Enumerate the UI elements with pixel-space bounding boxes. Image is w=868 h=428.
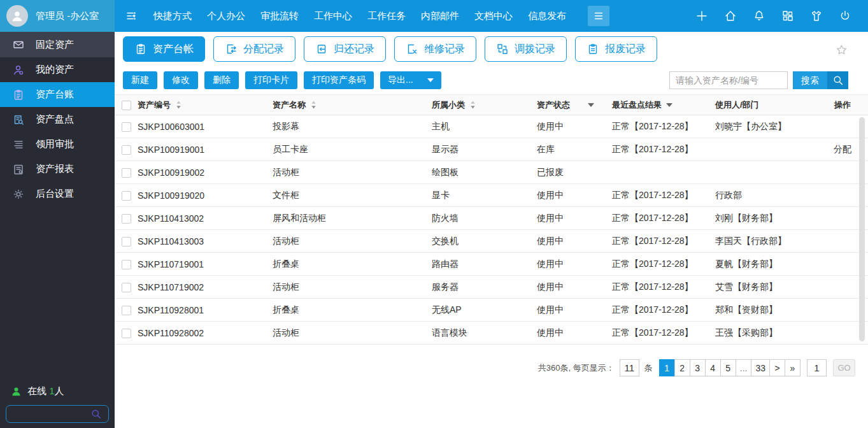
search-icon[interactable]	[90, 408, 103, 420]
filter-caret-icon[interactable]	[666, 103, 672, 107]
power-icon	[839, 10, 851, 22]
sort-icon[interactable]	[175, 100, 182, 110]
table-cell: SJKP110928002	[138, 322, 273, 345]
next-page-button[interactable]: >	[769, 359, 785, 376]
row-checkbox[interactable]	[122, 191, 131, 201]
table-cell: 正常【2017-12-28】	[612, 299, 715, 322]
tab-维修记录[interactable]: 维修记录	[394, 36, 476, 62]
nav-item[interactable]: 工作中心	[306, 0, 360, 32]
header-icon-group	[695, 10, 868, 22]
row-checkbox[interactable]	[122, 168, 131, 178]
menu-list-icon[interactable]	[125, 10, 138, 22]
clipboard-icon	[12, 89, 25, 101]
sidebar-menu: 固定资产我的资产资产台账资产盘点领用审批资产报表后台设置	[0, 32, 115, 206]
bell-button[interactable]	[753, 10, 765, 22]
sidebar-search-input[interactable]	[12, 409, 90, 420]
table-cell: 使用中	[537, 299, 612, 322]
nav-item[interactable]: 信息发布	[520, 0, 574, 32]
table-cell: 屏风和活动柜	[273, 207, 432, 230]
search-button[interactable]: 搜索	[793, 71, 848, 89]
page-button-4[interactable]: 4	[705, 359, 721, 376]
apps-button[interactable]	[781, 10, 794, 22]
sidebar-item-资产报表[interactable]: 资产报表	[0, 157, 115, 182]
page-button-3[interactable]: 3	[690, 359, 706, 376]
nav-item[interactable]: 内部邮件	[413, 0, 467, 32]
favorite-star-icon[interactable]	[836, 44, 848, 56]
table-cell: SJKP110413003	[138, 230, 273, 253]
table-row: SJKP100603001投影幕主机使用中正常【2017-12-28】刘晓宇【办…	[115, 115, 868, 138]
last-page-button[interactable]: »	[785, 359, 800, 376]
table-row: SJKP110928001折叠桌无线AP使用中正常【2017-12-28】郑和【…	[115, 299, 868, 322]
tab-分配记录[interactable]: 分配记录	[213, 36, 295, 62]
home-icon	[724, 10, 737, 22]
sidebar-item-label: 资产台账	[36, 89, 74, 101]
goto-page-input[interactable]	[807, 359, 827, 376]
tab-报废记录[interactable]: 报废记录	[575, 36, 657, 62]
shirt-button[interactable]	[810, 10, 823, 22]
vertical-scrollbar[interactable]	[859, 117, 865, 341]
user-panel[interactable]: 管理员 -办公室	[0, 0, 115, 32]
table-cell: 李国天【行政部】	[715, 230, 817, 253]
sidebar-item-后台设置[interactable]: 后台设置	[0, 182, 115, 206]
page-button-1[interactable]: 1	[659, 359, 675, 376]
nav-item[interactable]: 文档中心	[467, 0, 520, 32]
page-button-33[interactable]: 33	[751, 359, 770, 376]
hamburger-button[interactable]	[588, 6, 609, 26]
row-checkbox[interactable]	[122, 329, 131, 338]
row-checkbox[interactable]	[122, 122, 131, 132]
table-cell: 正常【2017-12-28】	[612, 115, 715, 138]
row-checkbox[interactable]	[122, 145, 131, 155]
nav-item[interactable]: 个人办公	[199, 0, 253, 32]
sidebar-item-资产台账[interactable]: 资产台账	[0, 82, 115, 107]
table-cell: 使用中	[537, 207, 612, 230]
tab-label: 调拨记录	[515, 43, 555, 56]
sort-icon[interactable]	[310, 100, 317, 110]
sidebar-item-领用审批[interactable]: 领用审批	[0, 132, 115, 157]
toolbar-button-打印卡片[interactable]: 打印卡片	[245, 71, 297, 89]
nav-item[interactable]: 快捷方式	[146, 0, 199, 32]
sidebar-item-资产盘点[interactable]: 资产盘点	[0, 107, 115, 132]
asset-search-input[interactable]	[669, 71, 788, 89]
sidebar-item-label: 资产盘点	[36, 113, 74, 125]
row-checkbox[interactable]	[122, 283, 131, 292]
page-size-input[interactable]	[620, 359, 639, 376]
row-checkbox[interactable]	[122, 237, 131, 246]
table-cell: 显示器	[432, 138, 537, 161]
home-button[interactable]	[724, 10, 737, 22]
nav-item[interactable]: 工作任务	[360, 0, 413, 32]
filter-caret-icon[interactable]	[588, 103, 594, 107]
power-button[interactable]	[839, 10, 851, 22]
table-row: SJKP110719001折叠桌路由器使用中正常【2017-12-28】夏帆【财…	[115, 253, 868, 276]
table-cell: 交换机	[432, 230, 537, 253]
sidebar-item-固定资产[interactable]: 固定资产	[0, 32, 115, 57]
row-checkbox[interactable]	[122, 306, 131, 315]
online-user-icon	[11, 386, 22, 397]
sidebar-item-我的资产[interactable]: 我的资产	[0, 57, 115, 82]
toolbar-button-删除[interactable]: 删除	[204, 71, 239, 89]
go-button[interactable]: GO	[833, 359, 855, 376]
row-checkbox[interactable]	[122, 214, 131, 224]
export-button[interactable]: 导出...	[380, 71, 441, 89]
toolbar-button-新建[interactable]: 新建	[123, 71, 157, 89]
tab-归还记录[interactable]: 归还记录	[304, 36, 386, 62]
table-cell: 正常【2017-12-28】	[612, 138, 715, 161]
page-button-2[interactable]: 2	[674, 359, 690, 376]
online-label: 在线 1人	[27, 385, 64, 397]
unit-label: 条	[644, 362, 653, 374]
toolbar-button-修改[interactable]: 修改	[164, 71, 198, 89]
toolbar-button-打印资产条码[interactable]: 打印资产条码	[304, 71, 374, 89]
table-cell: 活动柜	[273, 322, 432, 345]
column-header-label: 使用人/部门	[715, 99, 759, 111]
select-all-checkbox[interactable]	[122, 101, 131, 110]
tab-调拨记录[interactable]: 调拨记录	[485, 36, 567, 62]
row-checkbox[interactable]	[122, 260, 131, 269]
tab-label: 资产台帐	[153, 43, 194, 56]
tab-资产台帐[interactable]: 资产台帐	[123, 36, 205, 62]
page-button-5[interactable]: 5	[720, 359, 736, 376]
plus-button[interactable]	[695, 10, 708, 22]
header-nav: 快捷方式个人办公审批流转工作中心工作任务内部邮件文档中心信息发布	[146, 0, 574, 32]
row-action-link[interactable]: 分配	[834, 144, 851, 154]
nav-item[interactable]: 审批流转	[253, 0, 306, 32]
table-cell: 活动柜	[273, 230, 432, 253]
sort-icon[interactable]	[469, 100, 476, 110]
